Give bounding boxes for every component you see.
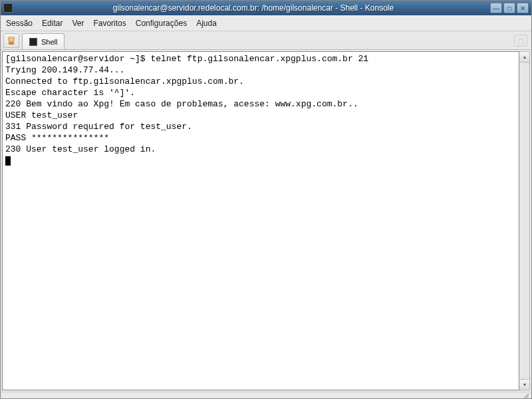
terminal-line: 220 Bem vindo ao Xpg! Em caso de problem…: [5, 98, 516, 110]
menu-help[interactable]: Ajuda: [196, 19, 217, 28]
shell-prompt: [gilsonalencar@servidor ~]$: [5, 54, 150, 64]
terminal-cursor-line: [5, 155, 516, 166]
tab-close-corner-button[interactable]: ⬚: [514, 35, 527, 47]
minimize-button[interactable]: —: [490, 3, 502, 13]
new-tab-button[interactable]: [3, 33, 19, 48]
terminal-line: Connected to ftp.gilsonalencar.xpgplus.c…: [5, 76, 516, 87]
text-segment: 230 User: [5, 144, 52, 154]
cursor-icon: [5, 156, 11, 166]
terminal-line: Escape character is '^]'.: [5, 87, 516, 98]
terminal-line: [gilsonalencar@servidor ~]$ telnet ftp.g…: [5, 53, 516, 65]
terminal-container: [gilsonalencar@servidor ~]$ telnet ftp.g…: [1, 50, 531, 392]
terminal-line: 331 Password required for test_user.: [5, 121, 516, 132]
terminal-output[interactable]: [gilsonalencar@servidor ~]$ telnet ftp.g…: [2, 51, 519, 390]
menu-edit[interactable]: Editar: [42, 19, 63, 28]
menu-settings[interactable]: Configurações: [136, 19, 187, 28]
titlebar[interactable]: gilsonalencar@servidor.redelocal.com.br:…: [1, 1, 531, 15]
menu-favorites[interactable]: Favoritos: [93, 19, 126, 28]
app-icon: [3, 3, 13, 13]
scroll-down-button[interactable]: ▾: [519, 379, 529, 390]
resize-grip-icon[interactable]: [522, 392, 529, 399]
scroll-up-button[interactable]: ▴: [519, 52, 529, 63]
terminal-line: 230 User test_user logged in.: [5, 144, 516, 155]
terminal-line: PASS ***************: [5, 132, 516, 144]
text-segment: logged in.: [98, 144, 156, 154]
statusbar: [1, 392, 531, 398]
window-controls: — □ ✕: [490, 3, 529, 13]
window-title: gilsonalencar@servidor.redelocal.com.br:…: [17, 3, 490, 13]
close-button[interactable]: ✕: [517, 3, 529, 13]
vertical-scrollbar[interactable]: ▴ ▾: [519, 51, 530, 390]
tab-shell[interactable]: Shell: [22, 33, 65, 49]
person-icon: [7, 37, 15, 45]
text-segment: USER: [5, 110, 31, 120]
konsole-window: gilsonalencar@servidor.redelocal.com.br:…: [0, 0, 532, 399]
text-segment: 331 Password required for: [5, 122, 140, 132]
maximize-button[interactable]: □: [503, 3, 515, 13]
tabbar: Shell ⬚: [1, 31, 531, 50]
tab-label: Shell: [41, 38, 57, 46]
username: test_user: [31, 110, 78, 120]
terminal-line: Trying 200.149.77.44...: [5, 65, 516, 76]
menubar: Sessão Editar Ver Favoritos Configuraçõe…: [1, 15, 531, 31]
terminal-icon: [29, 38, 37, 46]
shell-command: telnet ftp.gilsonalencar.xpgplus.com.br …: [150, 54, 368, 64]
username: test_user: [140, 122, 187, 132]
username: test_user: [52, 144, 98, 154]
menu-view[interactable]: Ver: [72, 19, 84, 28]
terminal-line: USER test_user: [5, 110, 516, 121]
text-segment: .: [187, 122, 192, 132]
menu-session[interactable]: Sessão: [6, 19, 33, 28]
